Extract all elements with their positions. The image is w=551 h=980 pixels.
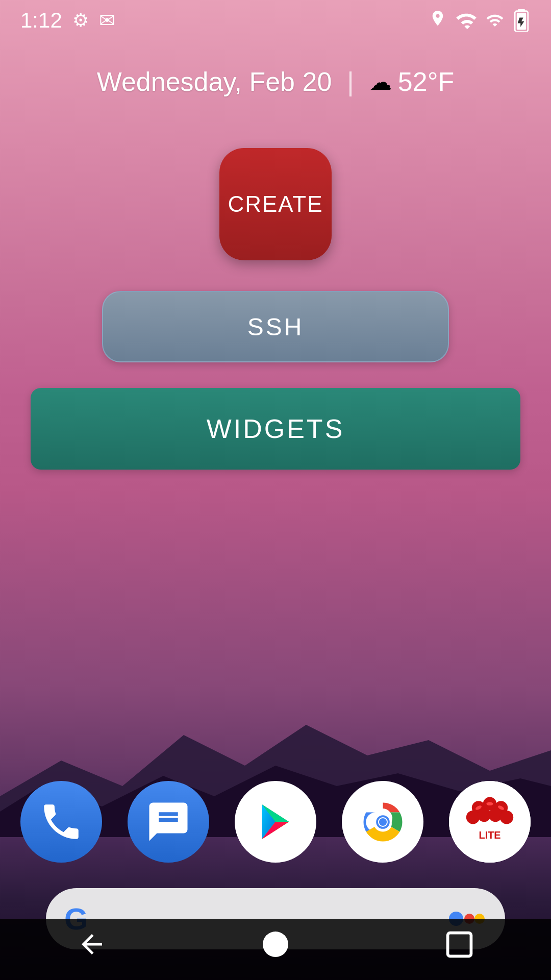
ssh-button-label: SSH [247, 313, 304, 341]
phone-icon [38, 799, 84, 845]
create-button-label: CREATE [228, 191, 323, 217]
back-button[interactable] [71, 924, 112, 965]
svg-point-22 [263, 932, 288, 957]
svg-point-13 [489, 808, 502, 822]
back-icon [77, 929, 107, 960]
svg-rect-23 [447, 933, 471, 956]
divider: | [347, 66, 354, 97]
location-icon [429, 9, 447, 32]
dock: LITE [0, 781, 551, 863]
date-display: Wednesday, Feb 20 [97, 66, 332, 97]
play-store-app-icon[interactable] [235, 781, 316, 863]
widgets-button-label: WIDGETS [207, 413, 345, 444]
messages-icon [145, 799, 191, 845]
home-icon [260, 929, 291, 960]
date-weather-widget: Wednesday, Feb 20 | ☁ 52°F [0, 66, 551, 97]
navigation-bar [0, 919, 551, 980]
svg-point-11 [466, 811, 480, 824]
ssh-button[interactable]: SSH [102, 291, 449, 362]
status-bar-left: 1:12 ⚙ ✉ [20, 8, 115, 33]
svg-point-7 [379, 818, 386, 825]
temperature: 52°F [398, 66, 454, 97]
chrome-icon [359, 798, 407, 846]
create-button[interactable]: CREATE [219, 148, 332, 260]
signal-icon [486, 11, 504, 30]
settings-icon: ⚙ [72, 10, 89, 31]
svg-point-14 [500, 811, 513, 824]
widgets-button[interactable]: WIDGETS [31, 388, 520, 470]
weather-icon: ☁ [369, 69, 392, 95]
status-time: 1:12 [20, 8, 62, 33]
play-store-icon [253, 799, 298, 845]
raspi-icon-svg: LITE [462, 794, 518, 850]
chrome-app-icon[interactable] [342, 781, 423, 863]
wifi-icon [455, 11, 478, 30]
raspi-app-icon[interactable]: LITE [449, 781, 531, 863]
svg-text:LITE: LITE [479, 829, 501, 841]
recents-button[interactable] [439, 924, 480, 965]
phone-app-icon[interactable] [20, 781, 102, 863]
status-bar: 1:12 ⚙ ✉ [0, 0, 551, 41]
recents-icon [445, 930, 473, 959]
weather-info: ☁ 52°F [369, 66, 454, 97]
messages-app-icon[interactable] [128, 781, 209, 863]
battery-icon [512, 9, 531, 32]
gmail-icon: ✉ [99, 9, 115, 32]
status-bar-right [429, 9, 531, 32]
raspi-icon-bg: LITE [449, 781, 531, 863]
home-button[interactable] [255, 924, 296, 965]
svg-point-16 [486, 802, 493, 806]
